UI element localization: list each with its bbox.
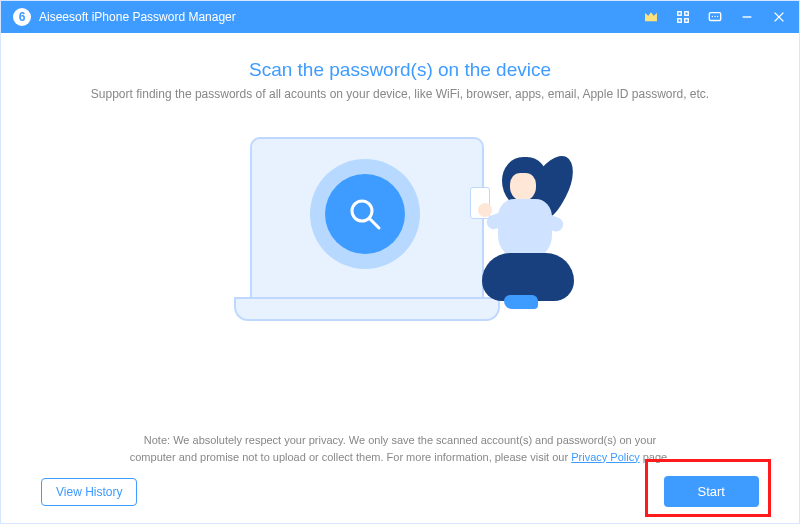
titlebar-actions [643, 9, 787, 25]
minimize-icon[interactable] [739, 9, 755, 25]
note-line1: Note: We absolutely respect your privacy… [144, 434, 656, 446]
magnifier-icon [345, 194, 385, 234]
page-heading: Scan the password(s) on the device [249, 59, 551, 81]
page-subheading: Support finding the passwords of all aco… [91, 87, 709, 101]
privacy-policy-link[interactable]: Privacy Policy [571, 451, 639, 463]
note-line2-suffix: page. [640, 451, 671, 463]
menu-grid-icon[interactable] [675, 9, 691, 25]
svg-line-12 [370, 219, 379, 228]
svg-rect-2 [678, 19, 682, 23]
footer-row: View History Start [41, 476, 759, 507]
svg-point-5 [712, 16, 713, 17]
privacy-note: Note: We absolutely respect your privacy… [1, 432, 799, 465]
svg-rect-1 [685, 12, 689, 16]
app-window: 6 Aiseesoft iPhone Password Manager Scan… [0, 0, 800, 524]
svg-point-7 [717, 16, 718, 17]
titlebar: 6 Aiseesoft iPhone Password Manager [1, 1, 799, 33]
app-logo-icon: 6 [13, 8, 31, 26]
svg-rect-0 [678, 12, 682, 16]
person-graphic [454, 151, 594, 321]
main-content: Scan the password(s) on the device Suppo… [1, 33, 799, 523]
illustration [240, 127, 560, 347]
app-title: Aiseesoft iPhone Password Manager [39, 10, 236, 24]
crown-icon[interactable] [643, 9, 659, 25]
note-line2-prefix: computer and promise not to upload or co… [130, 451, 571, 463]
start-button[interactable]: Start [664, 476, 759, 507]
feedback-icon[interactable] [707, 9, 723, 25]
svg-point-6 [714, 16, 715, 17]
view-history-button[interactable]: View History [41, 478, 137, 506]
close-icon[interactable] [771, 9, 787, 25]
svg-rect-3 [685, 19, 689, 23]
scan-circle-inner [325, 174, 405, 254]
